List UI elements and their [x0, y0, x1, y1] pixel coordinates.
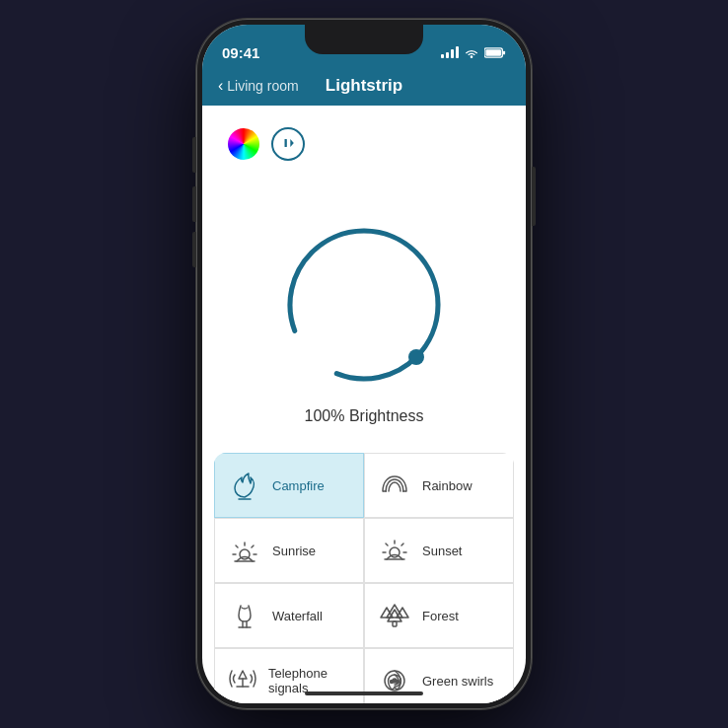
- phone-frame: 09:41: [196, 19, 532, 709]
- svg-line-19: [386, 544, 388, 546]
- play-pause-button[interactable]: [271, 127, 305, 161]
- svg-point-35: [397, 681, 400, 684]
- svg-line-13: [252, 546, 254, 547]
- scene-grid: Campfire Rain: [214, 453, 514, 703]
- scene-item-waterfall[interactable]: Waterfall: [214, 583, 364, 648]
- scene-item-sunset[interactable]: Sunset: [364, 518, 514, 583]
- svg-line-20: [401, 544, 403, 546]
- color-wheel-icon[interactable]: [228, 128, 259, 160]
- brightness-dial-container: 100% Brightness: [214, 186, 514, 441]
- svg-rect-3: [285, 138, 287, 146]
- scene-item-sunrise[interactable]: Sunrise: [214, 518, 364, 583]
- svg-point-7: [408, 349, 424, 365]
- scroll-area: 100% Brightness Campfire: [202, 106, 526, 703]
- app-content: 100% Brightness Campfire: [202, 106, 526, 703]
- battery-icon: [484, 47, 506, 58]
- forest-icon: [377, 598, 412, 633]
- telephone-signals-icon: [227, 663, 258, 698]
- play-pause-icon: [281, 136, 295, 153]
- back-button[interactable]: ‹ Living room: [218, 77, 299, 95]
- campfire-icon: [227, 468, 262, 503]
- brightness-label: 100% Brightness: [305, 407, 424, 425]
- breadcrumb[interactable]: Living room: [227, 78, 298, 94]
- svg-point-34: [391, 681, 394, 684]
- back-chevron-icon: ‹: [218, 77, 223, 95]
- notch: [305, 25, 423, 54]
- svg-rect-1: [485, 49, 501, 55]
- status-icons: [441, 46, 506, 58]
- status-bar: 09:41: [202, 25, 526, 68]
- svg-rect-26: [393, 621, 397, 626]
- svg-marker-29: [239, 671, 247, 679]
- scene-label-waterfall: Waterfall: [272, 609, 323, 623]
- scene-item-campfire[interactable]: Campfire: [214, 453, 364, 518]
- svg-line-12: [236, 546, 238, 547]
- svg-rect-2: [503, 50, 505, 54]
- svg-point-5: [265, 206, 463, 403]
- top-controls: [214, 117, 514, 171]
- signal-icon: [441, 46, 459, 58]
- scene-label-rainbow: Rainbow: [422, 478, 473, 493]
- rainbow-icon: [377, 468, 412, 503]
- waterfall-icon: [227, 598, 262, 633]
- svg-point-6: [265, 206, 463, 403]
- sunset-icon: [377, 533, 412, 568]
- status-time: 09:41: [222, 44, 259, 61]
- svg-marker-4: [290, 138, 294, 146]
- scene-item-rainbow[interactable]: Rainbow: [364, 453, 514, 518]
- page-title: Lightstrip: [326, 76, 402, 96]
- scene-label-green-swirls: Green swirls: [422, 674, 493, 689]
- wifi-icon: [464, 46, 479, 58]
- scene-label-forest: Forest: [422, 609, 459, 623]
- brightness-dial[interactable]: [265, 206, 463, 403]
- scene-label-sunset: Sunset: [422, 544, 462, 558]
- nav-bar: ‹ Living room Lightstrip: [202, 68, 526, 106]
- home-indicator: [305, 692, 423, 695]
- sunrise-icon: [227, 533, 262, 568]
- scene-label-sunrise: Sunrise: [272, 544, 316, 558]
- scene-item-forest[interactable]: Forest: [364, 583, 514, 648]
- scene-label-campfire: Campfire: [272, 478, 325, 493]
- phone-screen: 09:41: [202, 25, 526, 703]
